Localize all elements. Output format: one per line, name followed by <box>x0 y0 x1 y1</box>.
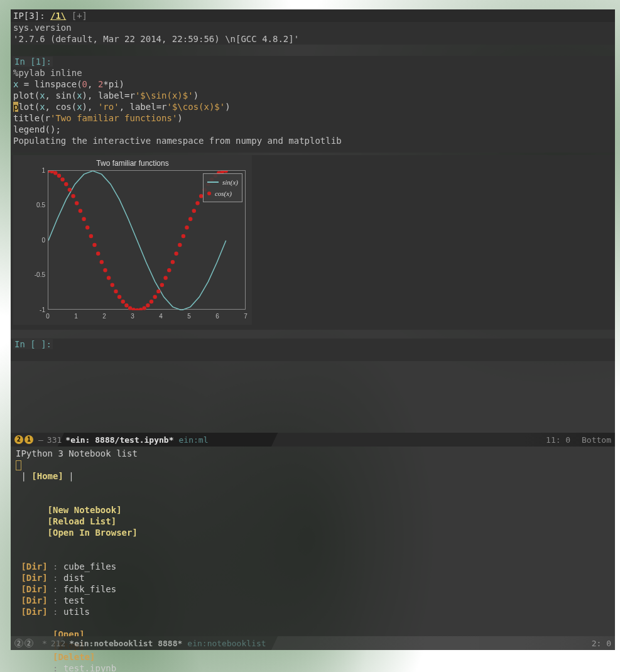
major-mode: ein:notebooklist <box>187 639 266 648</box>
buffer-name[interactable]: *ein:notebooklist 8888* <box>69 639 182 648</box>
svg-point-26 <box>139 308 143 310</box>
line-col: 2: 0 <box>592 639 611 648</box>
code-line[interactable]: x = linspace(0, 2*pi) <box>11 79 615 90</box>
modeline-sep: — <box>38 435 43 445</box>
workspace-badge[interactable]: 2 <box>14 435 23 444</box>
scroll-pos: Bottom <box>582 435 611 445</box>
notebooklist-pane: IPython 3 Notebook list | [Home] | [New … <box>11 447 615 636</box>
svg-point-22 <box>124 303 128 307</box>
notebooklist-title: IPython 3 Notebook list <box>13 448 612 459</box>
code-line[interactable]: plot(x, cos(x), 'ro', label=r'$\cos(x)$'… <box>11 101 615 112</box>
dir-link[interactable]: [Dir] <box>21 595 47 605</box>
svg-point-39 <box>185 225 188 229</box>
modeline-line: 331 <box>47 435 62 445</box>
svg-point-18 <box>111 283 114 287</box>
xtick: 2 <box>102 313 106 320</box>
reload-list-button[interactable]: [Reload List] <box>48 516 117 526</box>
svg-point-40 <box>188 217 192 221</box>
tab-bar: IP[3]: /1\ [+] <box>11 9 615 22</box>
workspace-badge[interactable]: 2 <box>14 639 23 648</box>
ytick: 0.5 <box>29 202 45 209</box>
plot-axes: sin(x) cos(x) <box>48 170 246 310</box>
svg-point-36 <box>174 252 178 256</box>
tab-current[interactable]: /1\ <box>50 11 66 21</box>
dir-link[interactable]: [Dir] <box>21 584 47 594</box>
modeline-top: 2 1 — 331 *ein: 8888/test.ipynb* ein:ml … <box>11 433 615 447</box>
new-notebook-button[interactable]: [New Notebook] <box>48 505 122 515</box>
modeline-bottom: 2 2 * 212 *ein:notebooklist 8888* ein:no… <box>11 636 615 650</box>
kernel-indicator: IP[3]: <box>13 11 45 21</box>
list-item: [Dir] : test <box>13 595 612 606</box>
breadcrumb: | [Home] | <box>13 470 612 482</box>
dir-link[interactable]: [Dir] <box>21 573 47 583</box>
svg-point-17 <box>107 276 111 279</box>
ytick: -0.5 <box>29 271 45 278</box>
line-col: 11: 0 <box>546 435 570 445</box>
legend-dot-icon <box>207 192 211 195</box>
svg-point-20 <box>117 295 121 299</box>
dir-link[interactable]: [Dir] <box>21 561 47 572</box>
svg-point-9 <box>79 209 82 213</box>
code-line[interactable]: plot(x, sin(x), label=r'$\sin(x)$') <box>11 90 615 101</box>
svg-point-11 <box>85 225 89 229</box>
svg-point-34 <box>167 268 171 272</box>
code-line[interactable]: title(r'Two familiar functions') <box>11 112 615 124</box>
svg-point-16 <box>103 268 107 272</box>
list-item: [Dir] : utils <box>13 606 612 617</box>
svg-point-38 <box>182 234 185 238</box>
svg-point-37 <box>178 243 182 247</box>
dir-name[interactable]: fchk_files <box>63 584 116 594</box>
buffer-name[interactable]: *ein: 8888/test.ipynb* <box>65 435 173 445</box>
svg-point-33 <box>163 276 167 279</box>
output-line: '2.7.6 (default, Mar 22 2014, 22:59:56) … <box>11 33 615 45</box>
window-badge[interactable]: 2 <box>24 639 33 648</box>
svg-point-31 <box>156 290 160 293</box>
ytick: -1 <box>29 306 45 313</box>
svg-point-32 <box>160 283 164 287</box>
svg-point-13 <box>92 243 96 247</box>
chart-title: Two familiar functions <box>13 155 252 168</box>
ytick: 1 <box>29 167 45 174</box>
dir-name[interactable]: utils <box>63 607 90 617</box>
svg-point-29 <box>150 300 153 303</box>
xtick: 5 <box>187 313 191 320</box>
svg-point-30 <box>153 295 157 299</box>
tab-add[interactable]: [+] <box>72 11 87 21</box>
home-link[interactable]: [Home] <box>31 471 63 481</box>
delete-file-button[interactable]: [Delete] <box>53 652 95 662</box>
dir-name[interactable]: dist <box>63 573 85 583</box>
empty-cell[interactable] <box>11 350 615 361</box>
window-badge[interactable]: 1 <box>24 435 33 444</box>
legend-line-icon <box>207 182 219 183</box>
code-line[interactable]: legend(); <box>11 124 615 135</box>
open-browser-button[interactable]: [Open In Browser] <box>48 528 138 538</box>
svg-point-42 <box>195 201 199 205</box>
svg-point-5 <box>64 182 68 186</box>
cell-prompt: In [1]: <box>11 56 615 67</box>
svg-point-8 <box>75 201 79 205</box>
svg-point-3 <box>57 174 61 178</box>
modified-indicator: * <box>42 639 47 648</box>
filename[interactable]: test.ipynb <box>63 663 116 672</box>
dir-name[interactable]: cube_files <box>63 561 116 572</box>
legend: sin(x) cos(x) <box>203 173 242 202</box>
xtick: 1 <box>74 313 78 320</box>
output-line: Populating the interactive namespace fro… <box>11 135 615 146</box>
legend-label: cos(x) <box>215 190 232 197</box>
svg-point-24 <box>132 308 136 310</box>
code-line[interactable]: %pylab inline <box>11 67 615 79</box>
cell-prompt[interactable]: In [ ]: <box>11 339 615 350</box>
dir-link[interactable]: [Dir] <box>21 607 47 617</box>
xtick: 3 <box>131 313 134 320</box>
dir-name[interactable]: test <box>63 595 85 605</box>
xtick: 7 <box>244 313 247 320</box>
list-item: [Dir] : dist <box>13 572 612 583</box>
svg-point-25 <box>135 308 139 310</box>
svg-point-28 <box>146 303 150 307</box>
svg-point-1 <box>50 171 54 173</box>
svg-point-27 <box>143 306 146 310</box>
svg-point-21 <box>121 300 125 303</box>
svg-point-12 <box>89 234 93 238</box>
plot-output: Two familiar functions 1 0.5 0 -0.5 -1 0… <box>13 155 252 325</box>
svg-point-10 <box>82 217 85 221</box>
